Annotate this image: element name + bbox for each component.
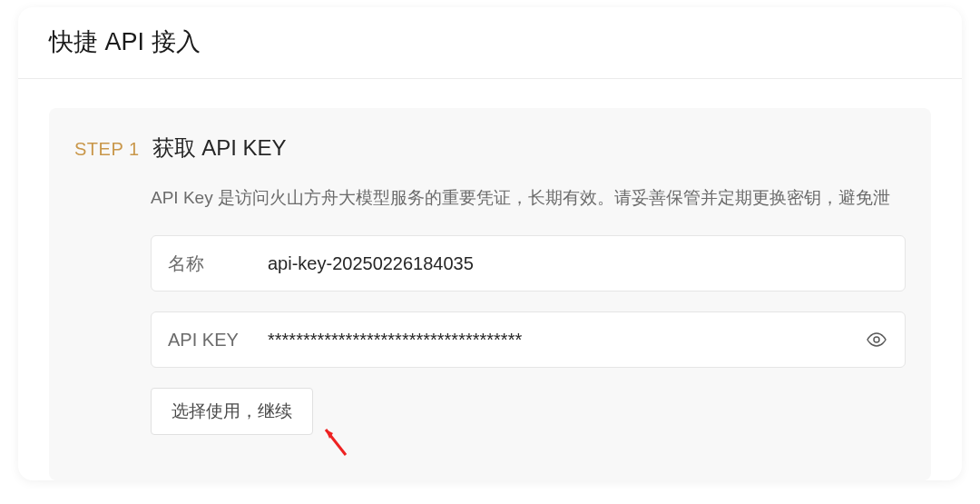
svg-point-0 xyxy=(874,337,879,342)
step1-form: 名称 API KEY 选择使用，继续 xyxy=(151,235,906,459)
apikey-field-row: API KEY xyxy=(151,311,906,368)
step-number-label: STEP 1 xyxy=(74,139,140,160)
button-row: 选择使用，继续 xyxy=(151,388,906,459)
annotation-arrow-icon xyxy=(318,424,355,459)
apikey-field-label: API KEY xyxy=(168,330,268,351)
step1-section: STEP 1 获取 API KEY API Key 是访问火山方舟大模型服务的重… xyxy=(49,108,931,480)
step-description: API Key 是访问火山方舟大模型服务的重要凭证，长期有效。请妥善保管并定期更… xyxy=(151,184,906,212)
continue-button[interactable]: 选择使用，继续 xyxy=(151,388,313,435)
name-input[interactable] xyxy=(268,253,888,274)
step-title: 获取 API KEY xyxy=(152,133,287,163)
page-title: 快捷 API 接入 xyxy=(18,7,962,79)
apikey-input[interactable] xyxy=(268,330,865,351)
step1-header: STEP 1 获取 API KEY xyxy=(74,133,906,163)
toggle-visibility-icon[interactable] xyxy=(865,328,888,351)
name-field-row: 名称 xyxy=(151,235,906,292)
api-access-card: 快捷 API 接入 STEP 1 获取 API KEY API Key 是访问火… xyxy=(18,7,962,480)
name-field-label: 名称 xyxy=(168,252,268,276)
